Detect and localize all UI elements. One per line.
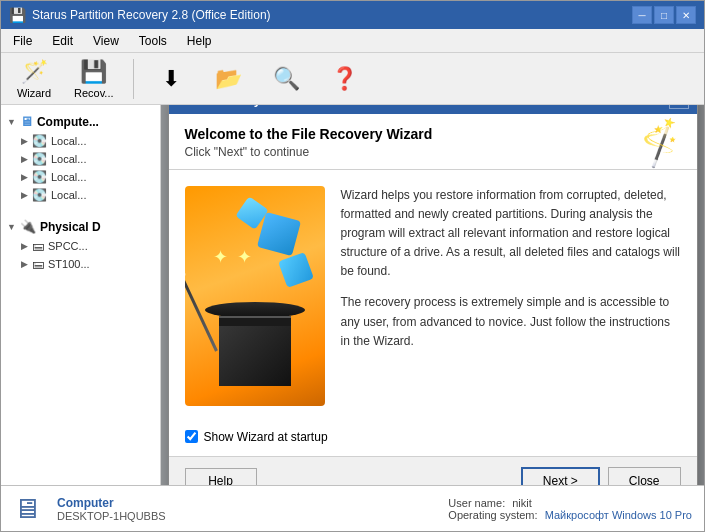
modal-titlebar: File Recovery Wizard ✕ bbox=[169, 105, 697, 114]
tool-button-4[interactable]: 📂 bbox=[204, 63, 254, 95]
app-close-button[interactable]: ✕ bbox=[676, 6, 696, 24]
puzzle-piece-2 bbox=[278, 252, 314, 288]
status-computer-icon: 🖥 bbox=[13, 492, 41, 525]
st100-icon: 🖴 bbox=[32, 257, 44, 271]
sidebar-local3-label: Local... bbox=[51, 171, 86, 183]
spcc-icon: 🖴 bbox=[32, 239, 44, 253]
help-button[interactable]: Help bbox=[185, 468, 257, 486]
recover-tool-button[interactable]: 💾 Recov... bbox=[67, 56, 121, 102]
recover-tool-label: Recov... bbox=[74, 87, 114, 99]
status-computer-id: DESKTOP-1HQUBBS bbox=[57, 510, 166, 522]
sidebar-spcc[interactable]: ▶ 🖴 SPCC... bbox=[1, 237, 160, 255]
hat-band bbox=[219, 316, 291, 326]
physical-icon: 🔌 bbox=[20, 219, 36, 234]
wand-tip bbox=[185, 268, 187, 280]
modal-overlay: File Recovery Wizard ✕ Welcome to the Fi… bbox=[161, 105, 704, 485]
toolbar-separator bbox=[133, 59, 134, 99]
main-area: ▼ 🖥 Compute... ▶ 💽 Local... ▶ 💽 Local...… bbox=[1, 105, 704, 485]
status-computer-label: Computer bbox=[57, 496, 166, 510]
menu-help[interactable]: Help bbox=[179, 32, 220, 50]
status-bar: 🖥 Computer DESKTOP-1HQUBBS User name: ni… bbox=[1, 485, 704, 531]
local4-icon: 💽 bbox=[32, 188, 47, 202]
tool-icon-6: ❓ bbox=[331, 66, 358, 92]
modal-text-paragraph-1: Wizard helps you restore information fro… bbox=[341, 186, 681, 282]
local4-expand-icon: ▶ bbox=[21, 190, 28, 200]
minimize-button[interactable]: ─ bbox=[632, 6, 652, 24]
sidebar-item-local2[interactable]: ▶ 💽 Local... bbox=[1, 150, 160, 168]
tool-icon-3: ⬇ bbox=[162, 66, 180, 92]
wizard-tool-icon: 🪄 bbox=[21, 59, 48, 85]
modal-checkbox-row: Show Wizard at startup bbox=[169, 422, 697, 456]
local1-expand-icon: ▶ bbox=[21, 136, 28, 146]
local3-expand-icon: ▶ bbox=[21, 172, 28, 182]
computer-expand-icon: ▼ bbox=[7, 117, 16, 127]
modal-header-subtitle: Click "Next" to continue bbox=[185, 145, 681, 159]
app-title: Starus Partition Recovery 2.8 (Office Ed… bbox=[32, 8, 271, 22]
status-computer-info: Computer DESKTOP-1HQUBBS bbox=[57, 496, 166, 522]
status-os: Operating system: Майкрософт Windows 10 … bbox=[448, 509, 692, 521]
modal-header: Welcome to the File Recovery Wizard Clic… bbox=[169, 114, 697, 170]
tool-icon-5: 🔍 bbox=[273, 66, 300, 92]
sidebar-physical-label: Physical D bbox=[40, 220, 101, 234]
physical-expand-icon: ▼ bbox=[7, 222, 16, 232]
computer-icon: 🖥 bbox=[20, 114, 33, 129]
menu-edit[interactable]: Edit bbox=[44, 32, 81, 50]
title-bar: 💾 Starus Partition Recovery 2.8 (Office … bbox=[1, 1, 704, 29]
sidebar-local4-label: Local... bbox=[51, 189, 86, 201]
spcc-expand-icon: ▶ bbox=[21, 241, 28, 251]
st100-expand-icon: ▶ bbox=[21, 259, 28, 269]
content-pane: File Recovery Wizard ✕ Welcome to the Fi… bbox=[161, 105, 704, 485]
sidebar-local2-label: Local... bbox=[51, 153, 86, 165]
file-recovery-wizard-dialog: File Recovery Wizard ✕ Welcome to the Fi… bbox=[168, 105, 698, 485]
status-username: User name: nikit bbox=[448, 497, 692, 509]
hat-body bbox=[219, 316, 291, 386]
local2-expand-icon: ▶ bbox=[21, 154, 28, 164]
sidebar-item-local4[interactable]: ▶ 💽 Local... bbox=[1, 186, 160, 204]
sidebar-computer-label: Compute... bbox=[37, 115, 99, 129]
magic-stars: ✦ ✦ bbox=[213, 246, 254, 268]
modal-footer: Help Next > Close bbox=[169, 456, 697, 486]
maximize-button[interactable]: □ bbox=[654, 6, 674, 24]
app-window: 💾 Starus Partition Recovery 2.8 (Office … bbox=[0, 0, 705, 532]
sidebar: ▼ 🖥 Compute... ▶ 💽 Local... ▶ 💽 Local...… bbox=[1, 105, 161, 485]
sidebar-st100-label: ST100... bbox=[48, 258, 90, 270]
sidebar-spcc-label: SPCC... bbox=[48, 240, 88, 252]
show-wizard-checkbox[interactable] bbox=[185, 430, 198, 443]
sidebar-item-local3[interactable]: ▶ 💽 Local... bbox=[1, 168, 160, 186]
wizard-tool-label: Wizard bbox=[17, 87, 51, 99]
magic-hat bbox=[205, 302, 305, 386]
sidebar-physical-header[interactable]: ▼ 🔌 Physical D bbox=[1, 216, 160, 237]
modal-title: File Recovery Wizard bbox=[177, 105, 308, 107]
sidebar-item-local1[interactable]: ▶ 💽 Local... bbox=[1, 132, 160, 150]
modal-description: Wizard helps you restore information fro… bbox=[341, 186, 681, 406]
menu-file[interactable]: File bbox=[5, 32, 40, 50]
modal-text-paragraph-2: The recovery process is extremely simple… bbox=[341, 293, 681, 351]
sidebar-local1-label: Local... bbox=[51, 135, 86, 147]
tool-button-5[interactable]: 🔍 bbox=[262, 63, 312, 95]
tool-button-6[interactable]: ❓ bbox=[320, 63, 370, 95]
app-icon: 💾 bbox=[9, 7, 26, 23]
status-user-info: User name: nikit Operating system: Майкр… bbox=[448, 497, 692, 521]
wizard-tool-button[interactable]: 🪄 Wizard bbox=[9, 56, 59, 102]
wizard-wand-header-icon: 🪄 bbox=[633, 114, 692, 171]
next-button[interactable]: Next > bbox=[521, 467, 600, 486]
recover-tool-icon: 💾 bbox=[80, 59, 107, 85]
show-wizard-label: Show Wizard at startup bbox=[204, 430, 328, 444]
tool-icon-4: 📂 bbox=[215, 66, 242, 92]
toolbar: 🪄 Wizard 💾 Recov... ⬇ 📂 🔍 ❓ bbox=[1, 53, 704, 105]
sidebar-computer-header[interactable]: ▼ 🖥 Compute... bbox=[1, 111, 160, 132]
local1-icon: 💽 bbox=[32, 134, 47, 148]
local2-icon: 💽 bbox=[32, 152, 47, 166]
modal-close-button[interactable]: ✕ bbox=[669, 105, 689, 109]
close-button[interactable]: Close bbox=[608, 467, 681, 486]
wizard-illustration: ✦ ✦ bbox=[185, 186, 325, 406]
tool-button-3[interactable]: ⬇ bbox=[146, 63, 196, 95]
menu-view[interactable]: View bbox=[85, 32, 127, 50]
modal-body: ✦ ✦ bbox=[169, 170, 697, 422]
menu-bar: File Edit View Tools Help bbox=[1, 29, 704, 53]
menu-tools[interactable]: Tools bbox=[131, 32, 175, 50]
modal-header-title: Welcome to the File Recovery Wizard bbox=[185, 126, 681, 142]
local3-icon: 💽 bbox=[32, 170, 47, 184]
sidebar-st100[interactable]: ▶ 🖴 ST100... bbox=[1, 255, 160, 273]
